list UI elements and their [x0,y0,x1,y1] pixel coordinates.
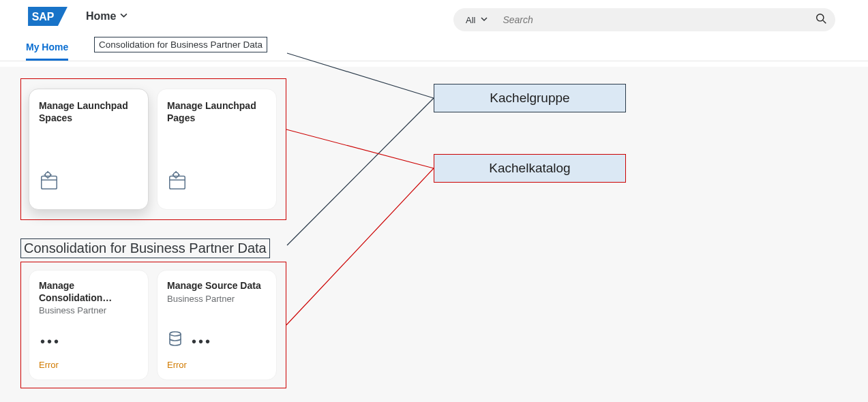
ellipsis-icon: ••• [40,334,61,350]
tile-error-text: Error [39,360,59,370]
search-input[interactable] [497,14,815,25]
search-filter-label: All [466,15,475,25]
svg-line-3 [823,20,826,23]
search-filter[interactable]: All [466,15,497,25]
tile-group-1: Manage Launchpad Spaces Manage Launchpad… [29,89,277,210]
tile-group-2: Manage Consolidation… Business Partner •… [29,270,277,380]
chevron-down-icon [481,16,488,24]
sap-logo[interactable]: SAP [27,7,68,26]
group-heading: Consolidation for Business Partner Data [20,238,270,258]
callout-kachelkatalog: Kachelkatalog [434,154,626,183]
svg-text:SAP: SAP [32,11,55,22]
tile-title: Manage Source Data [167,280,267,292]
global-search[interactable]: All [453,8,835,31]
tile-title: Manage Consolidation… [39,280,138,304]
tile-manage-launchpad-spaces[interactable]: Manage Launchpad Spaces [29,89,149,210]
database-icon [167,330,183,350]
tile-manage-launchpad-pages[interactable]: Manage Launchpad Pages [157,89,277,210]
tile-manage-consolidation[interactable]: Manage Consolidation… Business Partner •… [29,270,149,380]
tab-consolidation[interactable]: Consolidation for Business Partner Data [94,37,267,52]
tile-title: Manage Launchpad Spaces [39,100,138,124]
svg-rect-11 [170,176,185,189]
tile-title: Manage Launchpad Pages [167,100,267,124]
tab-bar: My Home Consolidation for Business Partn… [0,33,868,61]
svg-point-2 [817,14,824,20]
chevron-down-icon [120,12,128,21]
tile-error-text: Error [167,360,187,370]
callout-kachelgruppe: Kachelgruppe [434,84,626,112]
settings-page-icon [167,171,188,194]
tile-subtitle: Business Partner [39,305,138,315]
content-area: Manage Launchpad Spaces Manage Launchpad… [0,67,868,402]
settings-page-icon [39,171,59,194]
svg-point-18 [170,332,181,336]
shell-title-text: Home [86,10,116,22]
tile-subtitle: Business Partner [167,294,267,304]
tile-manage-source-data[interactable]: Manage Source Data Business Partner ••• … [157,270,277,380]
search-icon[interactable] [815,13,827,27]
ellipsis-icon: ••• [192,334,212,350]
shell-title[interactable]: Home [86,10,128,22]
svg-rect-4 [42,176,57,189]
tab-my-home[interactable]: My Home [26,42,68,61]
